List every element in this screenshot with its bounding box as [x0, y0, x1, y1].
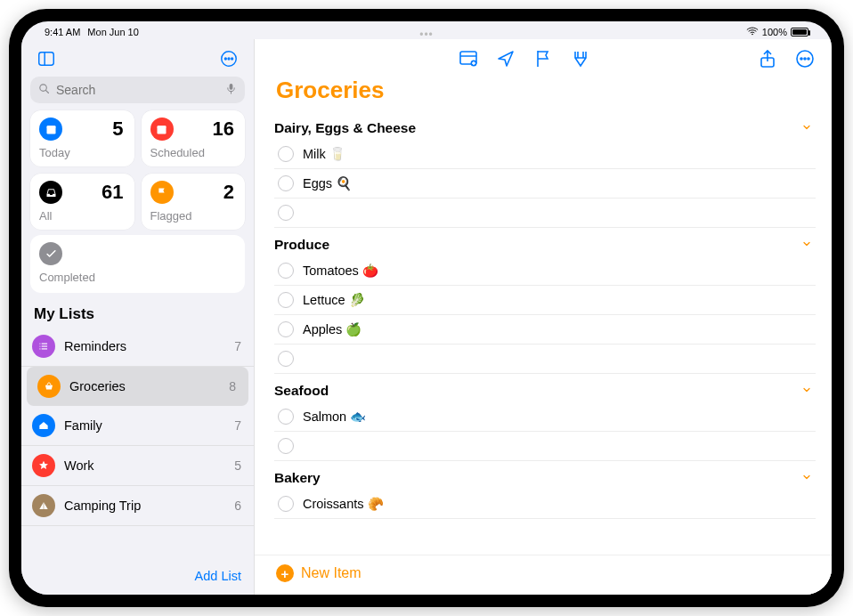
completion-circle[interactable]: [278, 263, 294, 279]
reminder-empty-row[interactable]: [274, 344, 816, 374]
smart-list-all[interactable]: 61 All: [30, 174, 134, 230]
main-pane: Groceries Dairy, Eggs & Cheese Milk 🥛 Eg…: [255, 39, 832, 595]
section-header[interactable]: Seafood: [271, 374, 816, 402]
reminder-row[interactable]: Lettuce 🥬: [274, 286, 816, 315]
list-name: Camping Trip: [64, 498, 225, 513]
smart-count: 61: [102, 181, 123, 204]
reminder-row[interactable]: Apples 🍏: [274, 315, 816, 344]
completion-circle[interactable]: [278, 409, 294, 425]
smart-label: Flagged: [150, 209, 235, 223]
list-name: Work: [64, 458, 225, 473]
svg-point-5: [228, 58, 230, 60]
completed-label: Completed: [39, 271, 236, 284]
smart-count: 16: [213, 118, 234, 141]
search-field[interactable]: [30, 77, 245, 103]
smart-count: 5: [112, 118, 123, 141]
star-icon: [32, 454, 55, 477]
chevron-down-icon[interactable]: [801, 121, 812, 135]
list-count: 8: [229, 379, 236, 393]
completed-card[interactable]: Completed: [30, 235, 245, 293]
section-title: Bakery: [274, 470, 321, 486]
completion-circle[interactable]: [278, 438, 294, 454]
calendar-icon: [39, 118, 62, 141]
reminder-text[interactable]: Eggs 🍳: [303, 176, 352, 191]
reminder-row[interactable]: Milk 🥛: [274, 140, 816, 169]
completion-circle[interactable]: [278, 351, 294, 367]
smart-list-flagged[interactable]: 2 Flagged: [142, 174, 246, 230]
reminder-text[interactable]: Tomatoes 🍅: [303, 263, 378, 279]
completion-circle[interactable]: [278, 175, 294, 191]
chevron-down-icon[interactable]: [801, 238, 812, 252]
completion-circle[interactable]: [278, 321, 294, 337]
new-item-label: New Item: [301, 565, 362, 581]
reminder-text[interactable]: Lettuce 🥬: [303, 293, 365, 308]
completion-circle[interactable]: [278, 496, 294, 512]
svg-point-18: [39, 345, 40, 346]
reminder-text[interactable]: Salmon 🐟: [303, 409, 366, 425]
list-row-family[interactable]: Family 7: [21, 406, 254, 446]
reminder-empty-row[interactable]: [274, 432, 816, 461]
main-toolbar: [255, 39, 832, 75]
location-button[interactable]: [495, 48, 516, 69]
search-input[interactable]: [56, 83, 219, 97]
list-name: Groceries: [69, 379, 220, 393]
list-row-groceries[interactable]: Groceries 8: [27, 367, 248, 406]
reminder-row[interactable]: Salmon 🐟: [274, 402, 816, 432]
list-row-camping-trip[interactable]: Camping Trip 6: [21, 486, 254, 526]
smart-list-today[interactable]: 5 Today: [30, 110, 134, 166]
list-title: Groceries: [255, 75, 832, 111]
svg-point-26: [804, 58, 806, 60]
reminder-empty-row[interactable]: [274, 199, 816, 228]
completion-circle[interactable]: [278, 205, 294, 221]
svg-rect-11: [46, 126, 55, 128]
svg-point-6: [232, 58, 233, 60]
more-options-button[interactable]: [794, 48, 816, 69]
svg-point-0: [751, 34, 753, 36]
svg-rect-13: [158, 126, 167, 128]
section-header[interactable]: Dairy, Eggs & Cheese: [271, 111, 816, 140]
chevron-down-icon[interactable]: [801, 471, 812, 485]
reminder-row[interactable]: Tomatoes 🍅: [274, 256, 816, 286]
list-name: Reminders: [64, 339, 225, 353]
reminder-text[interactable]: Croissants 🥐: [303, 497, 384, 512]
flag-icon: [150, 181, 174, 204]
svg-point-27: [808, 58, 809, 60]
smart-label: Scheduled: [150, 146, 235, 159]
completion-circle[interactable]: [278, 146, 294, 162]
status-time: 9:41 AM: [45, 27, 80, 37]
plus-icon: +: [276, 564, 294, 582]
more-button[interactable]: [216, 46, 241, 71]
section-header[interactable]: Produce: [271, 228, 816, 256]
reminder-row[interactable]: Croissants 🥐: [274, 490, 816, 519]
list-count: 7: [234, 339, 241, 353]
sidebar: 5 Today 16 Scheduled 61 All 2 Flagged Co…: [21, 39, 255, 595]
svg-rect-1: [39, 53, 54, 66]
section-header[interactable]: Bakery: [271, 461, 816, 490]
flag-button[interactable]: [532, 48, 554, 69]
svg-rect-9: [230, 83, 233, 89]
reminder-text[interactable]: Milk 🥛: [303, 147, 345, 162]
reminder-row[interactable]: Eggs 🍳: [274, 169, 816, 199]
template-button[interactable]: [458, 48, 479, 69]
add-list-button[interactable]: Add List: [195, 569, 241, 583]
section-title: Seafood: [274, 383, 329, 399]
wifi-icon: [746, 25, 759, 39]
smart-list-scheduled[interactable]: 16 Scheduled: [142, 110, 246, 166]
svg-point-19: [39, 348, 40, 349]
svg-point-25: [800, 58, 802, 60]
sidebar-toggle-button[interactable]: [34, 46, 59, 71]
tag-button[interactable]: [570, 48, 591, 69]
reminder-text[interactable]: Apples 🍏: [303, 322, 362, 337]
mic-icon[interactable]: [224, 82, 238, 99]
completion-circle[interactable]: [278, 292, 294, 308]
basket-icon: [37, 375, 61, 398]
section-title: Dairy, Eggs & Cheese: [274, 120, 416, 136]
share-button[interactable]: [757, 48, 778, 69]
list-row-work[interactable]: Work 5: [21, 446, 254, 486]
check-icon: [39, 242, 62, 265]
smart-count: 2: [223, 181, 234, 204]
list-row-reminders[interactable]: Reminders 7: [21, 327, 254, 367]
tray-icon: [39, 181, 62, 204]
chevron-down-icon[interactable]: [801, 384, 812, 398]
new-item-button[interactable]: + New Item: [255, 555, 832, 595]
